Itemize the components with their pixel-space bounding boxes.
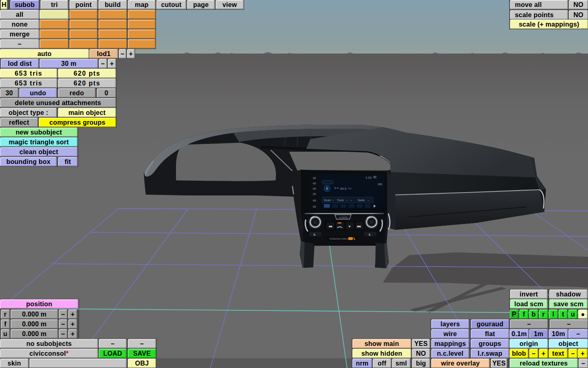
svg-text:CLIMATE: CLIMATE [339, 216, 348, 219]
svg-text:PASSENGER AIRBAG: PASSENGER AIRBAG [330, 238, 348, 240]
